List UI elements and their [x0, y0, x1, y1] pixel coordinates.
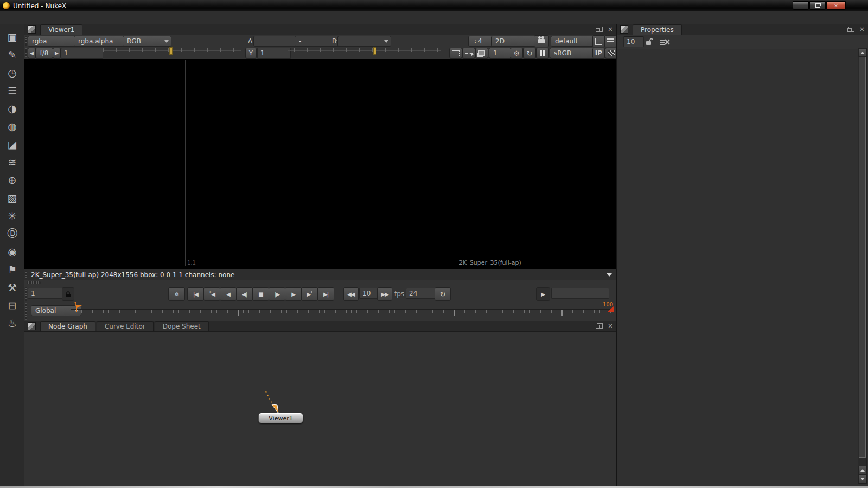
float-pane-icon[interactable] — [848, 27, 854, 32]
jump-back-button[interactable]: ◀◀ — [343, 287, 359, 301]
previous-keyframe-button[interactable]: ˚◀ — [203, 287, 220, 301]
refresh-button[interactable]: ↻ — [523, 48, 536, 59]
pane-menu-icon[interactable] — [620, 25, 628, 34]
fstop-button[interactable]: f/8 — [35, 48, 53, 59]
splitter-grip[interactable] — [25, 271, 27, 279]
node-graph-canvas[interactable]: Viewer1 — [24, 332, 616, 486]
max-panels-input[interactable]: 10 — [623, 36, 644, 47]
menu-cache[interactable] — [65, 16, 75, 20]
stop-button[interactable]: ■ — [252, 287, 269, 301]
gamma-slider-handle[interactable] — [373, 47, 376, 55]
step-forward-button[interactable]: |▶ — [269, 287, 285, 301]
nodes-toolbar-merge[interactable]: ≋ — [3, 153, 22, 171]
roi-button[interactable] — [449, 48, 462, 59]
pause-updates-button[interactable] — [536, 48, 549, 59]
nodes-toolbar-plugins[interactable]: ♨ — [3, 314, 22, 332]
pane-menu-icon[interactable] — [28, 25, 36, 34]
menu-render[interactable] — [53, 16, 63, 20]
float-pane-icon[interactable] — [597, 323, 603, 329]
stereo-camera-button[interactable] — [534, 35, 549, 47]
buffer-b-dropdown[interactable] — [337, 36, 391, 47]
render-progress-field[interactable] — [551, 288, 609, 299]
menu-viewer[interactable] — [41, 16, 51, 20]
properties-scrollbar[interactable] — [858, 48, 867, 484]
close-pane-icon[interactable]: × — [859, 26, 865, 33]
chevron-down-icon[interactable] — [607, 273, 612, 277]
gamma-input[interactable]: 1 — [257, 48, 291, 59]
monitor-out-button[interactable] — [475, 48, 488, 59]
gain-input[interactable]: 1 — [61, 48, 103, 59]
play-forward-button[interactable]: ▶ — [285, 287, 302, 301]
gamma-slider[interactable] — [288, 48, 441, 59]
nodes-toolbar-deep[interactable]: Ⓓ — [3, 224, 22, 242]
tab-node-graph[interactable]: Node Graph — [40, 321, 95, 331]
menu-file[interactable] — [5, 16, 15, 20]
zoom-lock-button[interactable] — [592, 35, 605, 47]
viewer-canvas[interactable]: 1,1 2K_Super_35(full-ap) — [24, 59, 616, 269]
current-frame-input[interactable]: 1 — [28, 288, 66, 299]
timeline-ruler[interactable]: 1 100 — [71, 305, 614, 320]
nodes-toolbar-toolsets[interactable]: ⚒ — [3, 278, 22, 296]
jump-forward-button[interactable]: ▶▶ — [377, 287, 392, 301]
go-to-end-button[interactable]: ▶| — [317, 287, 334, 301]
pause-halt-button[interactable]: ❄ — [168, 287, 185, 301]
viewer-settings-button[interactable] — [604, 35, 617, 47]
go-to-start-button[interactable]: |◀ — [187, 287, 204, 301]
tab-dope-sheet[interactable]: Dope Sheet — [155, 321, 209, 331]
splitter-grip[interactable] — [25, 303, 27, 320]
nodes-toolbar-transform[interactable]: ⊕ — [3, 171, 22, 189]
nodes-toolbar-particles[interactable]: ✳ — [3, 207, 22, 224]
splitter-grip[interactable] — [27, 281, 41, 284]
nodes-toolbar-metadata[interactable]: ⚑ — [3, 260, 22, 278]
scroll-up-button[interactable] — [858, 48, 866, 57]
scroll-up-button-bottom[interactable] — [858, 466, 866, 474]
splitter-grip[interactable] — [25, 48, 27, 57]
next-keyframe-button[interactable]: ▶˚ — [301, 287, 318, 301]
maximize-button[interactable] — [809, 1, 826, 10]
display-channels-dropdown[interactable]: RGB — [123, 36, 171, 47]
close-pane-icon[interactable]: × — [608, 323, 613, 329]
minimize-button[interactable]: – — [793, 1, 809, 10]
nodes-toolbar-filter[interactable]: ◍ — [3, 117, 22, 135]
play-backward-button[interactable]: ◀ — [220, 287, 237, 301]
close-pane-icon[interactable]: × — [608, 26, 613, 33]
nodes-toolbar-channel[interactable]: ☰ — [3, 81, 22, 99]
nodes-toolbar-keyer[interactable]: ◪ — [3, 135, 22, 153]
nodes-toolbar-other[interactable]: ⊟ — [3, 296, 22, 314]
gain-slider-handle[interactable] — [169, 47, 173, 55]
frame-lock-button[interactable] — [62, 287, 74, 301]
close-all-panels-icon[interactable] — [660, 38, 670, 46]
float-pane-icon[interactable] — [597, 27, 603, 32]
input-process-button[interactable]: IP — [592, 48, 605, 59]
nodes-toolbar-time[interactable]: ◷ — [3, 63, 22, 81]
close-button[interactable]: × — [826, 1, 846, 10]
gain-gamma-toggle-button[interactable]: ⚙ — [510, 48, 523, 59]
splitter-grip[interactable] — [25, 287, 27, 301]
playback-mode-button[interactable]: ↻ — [435, 287, 451, 301]
nodes-toolbar-image[interactable]: ▣ — [3, 28, 22, 46]
menu-layout[interactable] — [29, 16, 39, 20]
tab-viewer1[interactable]: Viewer1 — [40, 24, 82, 35]
tab-curve-editor[interactable]: Curve Editor — [97, 321, 154, 331]
menu-edit[interactable] — [17, 16, 27, 20]
fps-input[interactable]: 24 — [406, 288, 437, 299]
step-back-button[interactable]: ◀| — [236, 287, 253, 301]
nodes-toolbar-views[interactable]: ◉ — [3, 242, 22, 260]
gain-decrement-button[interactable]: ◀ — [28, 48, 36, 59]
scrollbar-thumb[interactable] — [859, 57, 866, 458]
gain-increment-button[interactable]: ▶ — [53, 48, 61, 59]
unlock-icon[interactable] — [645, 37, 653, 46]
nodes-toolbar-color[interactable]: ◑ — [3, 99, 22, 117]
input-process-order-button[interactable] — [462, 48, 475, 59]
gamma-toggle-button[interactable]: Y — [245, 48, 257, 59]
gain-slider[interactable] — [103, 48, 241, 59]
nodes-toolbar-draw[interactable]: ✎ — [3, 46, 22, 63]
splitter-grip[interactable] — [25, 36, 27, 46]
flipbook-button[interactable]: ▶ — [536, 287, 550, 301]
pane-menu-icon[interactable] — [28, 322, 36, 330]
playhead[interactable] — [76, 303, 82, 312]
tab-properties[interactable]: Properties — [633, 24, 682, 35]
scroll-down-button[interactable] — [858, 474, 866, 483]
nodes-toolbar-3d[interactable]: ▧ — [3, 189, 22, 207]
node-viewer1[interactable]: Viewer1 — [258, 413, 303, 423]
